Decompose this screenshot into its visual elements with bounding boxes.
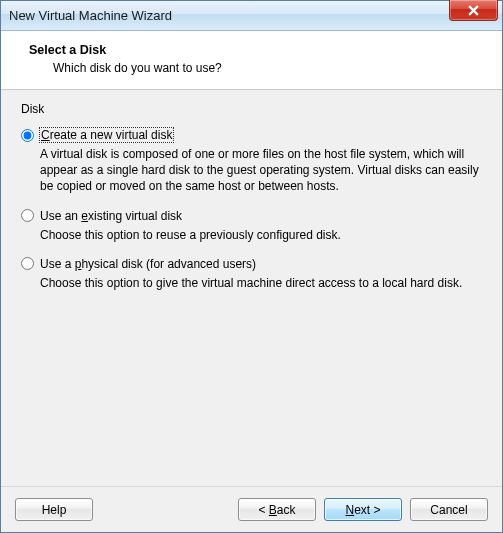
- option-existing-desc: Choose this option to reuse a previously…: [40, 227, 482, 243]
- option-existing-disk: Use an existing virtual disk Choose this…: [21, 209, 482, 243]
- radio-physical[interactable]: [21, 257, 34, 270]
- wizard-body: Disk Create a new virtual disk A virtual…: [1, 90, 502, 486]
- close-icon: [467, 5, 480, 16]
- header-panel: Select a Disk Which disk do you want to …: [1, 31, 502, 90]
- help-button[interactable]: Help: [15, 498, 93, 521]
- option-existing-label: Use an existing virtual disk: [40, 209, 182, 223]
- option-physical-desc: Choose this option to give the virtual m…: [40, 275, 482, 291]
- option-physical-label: Use a physical disk (for advanced users): [40, 257, 256, 271]
- option-create-label: Create a new virtual disk: [40, 128, 173, 142]
- option-physical-row[interactable]: Use a physical disk (for advanced users): [21, 257, 482, 271]
- option-physical-disk: Use a physical disk (for advanced users)…: [21, 257, 482, 291]
- option-existing-row[interactable]: Use an existing virtual disk: [21, 209, 482, 223]
- cancel-button[interactable]: Cancel: [410, 498, 488, 521]
- wizard-window: New Virtual Machine Wizard Select a Disk…: [0, 0, 503, 533]
- back-button[interactable]: < Back: [238, 498, 316, 521]
- radio-create[interactable]: [21, 129, 34, 142]
- wizard-footer: Help < Back Next > Cancel: [1, 486, 502, 532]
- option-create-row[interactable]: Create a new virtual disk: [21, 128, 482, 142]
- window-title: New Virtual Machine Wizard: [9, 8, 172, 23]
- disk-group-label: Disk: [21, 102, 482, 116]
- option-create-desc: A virtual disk is composed of one or mor…: [40, 146, 482, 195]
- title-bar: New Virtual Machine Wizard: [1, 1, 502, 31]
- next-button[interactable]: Next >: [324, 498, 402, 521]
- page-subtitle: Which disk do you want to use?: [53, 61, 486, 75]
- close-button[interactable]: [449, 0, 498, 21]
- radio-existing[interactable]: [21, 209, 34, 222]
- option-create-new-disk: Create a new virtual disk A virtual disk…: [21, 128, 482, 195]
- page-title: Select a Disk: [29, 43, 486, 57]
